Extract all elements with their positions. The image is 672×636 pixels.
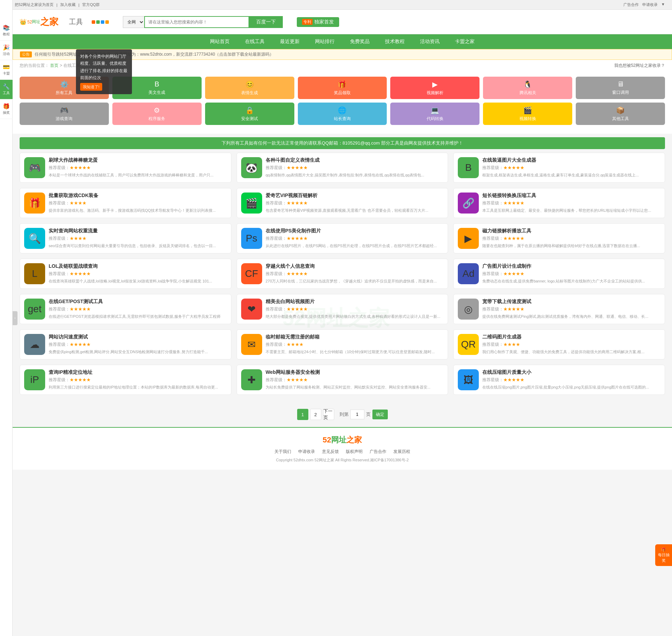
tool-card[interactable]: ✉ 临时邮箱无需注册的邮箱 推荐星级：★★★★ 不需要主页、邮箱地址24小时、比…: [237, 329, 448, 359]
nav-item-prizes[interactable]: 免费奖品: [342, 34, 377, 49]
nav-item-tools[interactable]: 在线工具: [237, 34, 272, 49]
sidebar-label-card: 卡盟: [3, 71, 10, 76]
page-btn-2[interactable]: 2: [310, 409, 321, 420]
page-confirm-btn[interactable]: 确定: [372, 410, 388, 419]
tool-card[interactable]: CF 穿越火线个人信息查询 推荐星级：★★★★★ 270万人同时在线，三亿玩家的…: [237, 259, 448, 289]
sidebar-item-tools[interactable]: 🔧 工具: [0, 80, 13, 99]
tool-card[interactable]: 🖼 在线压缩图片质量大小 推荐星级：★★★★★ 在线在线压缩png图片,png图…: [453, 365, 665, 395]
breadcrumb-right[interactable]: 我也想被52网址之家收录？: [614, 63, 665, 69]
tool-card[interactable]: QR 二维码图片生成器 推荐星级：★★★★ 我们用心制作了美观、便捷、功能强大的…: [453, 329, 665, 359]
tool-name: 刷球大作战棒棒糖龙蛋: [49, 157, 227, 163]
tool-desc: 在线查询英雄联盟个人战绩,lol攻略,lol视觉,lol假攻策,lol游戏资料,…: [49, 278, 227, 284]
category-item[interactable]: 💻代码转换: [390, 103, 479, 125]
category-item[interactable]: 🔒安全测试: [205, 103, 294, 125]
rating-label: 推荐星级：: [49, 271, 70, 276]
activity-icon: 🎉: [3, 44, 10, 51]
page-input[interactable]: [350, 410, 364, 419]
tool-rating: 推荐星级：★★★★★: [49, 342, 227, 348]
tool-card[interactable]: Ad 广告图片设计生成制作 推荐星级：★★★★★ 免费动态在在线生成,提供免费b…: [453, 259, 665, 289]
top-bar-arrow[interactable]: ▼: [661, 2, 665, 7]
cat-label: 窗口调用: [612, 90, 629, 96]
footer-link[interactable]: 关于我们: [274, 449, 291, 455]
category-item[interactable]: 🎮游戏查询: [20, 103, 109, 125]
tool-card[interactable]: 🔗 短长链接转换换压缩工具 推荐星级：★★★★★ 本工具是互联网上最稳定、最安全…: [453, 188, 665, 218]
cat-label: 视频转换: [519, 116, 536, 122]
nav-item-card[interactable]: 卡盟之家: [447, 34, 482, 49]
tool-info: 批量获取游戏CDK装备 推荐星级：★★★★ 提供非富的游戏礼包、激活码、新手卡，…: [49, 193, 227, 214]
rating-label: 推荐星级：: [266, 271, 287, 276]
sidebar-item-tutorial[interactable]: 📚 教程: [0, 21, 13, 41]
tool-card[interactable]: get 在线GET/POST测试工具 推荐星级：★★★★★ 在线进行GET/PO…: [20, 294, 231, 324]
tool-card[interactable]: Ps 在线使用PS美化制作图片 推荐星级：★★★★★ 从此进行在线PS照片，在线…: [237, 223, 448, 253]
search-button[interactable]: 百度一下: [249, 16, 283, 28]
tooltip-confirm-btn[interactable]: 我知道了!: [80, 83, 102, 91]
search-scope-select[interactable]: 全网 本站: [123, 16, 144, 28]
category-item[interactable]: 🎬视频转换: [483, 103, 572, 125]
category-item[interactable]: 🖥窗口调用: [576, 77, 665, 99]
tool-icon: ✚: [241, 369, 262, 390]
footer-links: 关于我们申请收录意见反馈版权声明广告合作发展历程: [20, 449, 665, 455]
nav-item-rank[interactable]: 网站排行: [307, 34, 342, 49]
tool-name: 在线使用PS美化制作图片: [266, 228, 444, 234]
footer-link[interactable]: 版权声明: [346, 449, 363, 455]
category-item[interactable]: 😊表情生成: [205, 77, 294, 99]
set-homepage-link[interactable]: 把52网址之家设为首页: [15, 2, 54, 7]
ad-coop-link[interactable]: 广告合作: [623, 2, 639, 7]
footer-link[interactable]: 广告合作: [370, 449, 386, 455]
category-item[interactable]: ▶视频解析: [390, 77, 479, 99]
rating-label: 推荐星级：: [49, 165, 70, 170]
tool-card[interactable]: iP 查询IP精准定位地址 推荐星级：★★★★★ 利用第三方接口进行搜索定位最相…: [20, 365, 231, 395]
footer-link[interactable]: 申请收录: [298, 449, 315, 455]
page-label: 页: [366, 411, 371, 418]
add-favorites-link[interactable]: 加入收藏: [60, 2, 76, 7]
sidebar-expand-btn[interactable]: ‹: [13, 311, 18, 325]
nav-item-news[interactable]: 活动资讯: [412, 34, 447, 49]
rating-label: 推荐星级：: [49, 342, 70, 347]
rating-label: 推荐星级：: [482, 165, 503, 170]
category-item[interactable]: 📦其他工具: [576, 103, 665, 125]
tool-info: 磁力链接解析播放工具 推荐星级：★★★★★ 随要在也能查到种，属于在原云播的网络…: [482, 228, 660, 249]
nav-item-tutorial[interactable]: 技术教程: [377, 34, 412, 49]
tools-section: 🎮 刷球大作战棒棒糖龙蛋 推荐星级：★★★★★ 本站是一个球球大作战的在线辅助工…: [13, 153, 672, 402]
page-btn-1[interactable]: 1: [297, 409, 308, 420]
tool-name: 各种斗图自定义表情生成: [266, 157, 444, 163]
footer-link[interactable]: 发展历程: [393, 449, 410, 455]
tool-card[interactable]: ◎ 宽带下载上传速度测试 推荐星级：★★★★★ 提供在线免费网速测试Ping测试…: [453, 294, 665, 324]
tool-card[interactable]: ☁ 网站访问速度测试 推荐星级：★★★★★ 免费提供ping检测,get检测,网…: [20, 329, 231, 359]
category-item[interactable]: 🌐站长查询: [298, 103, 387, 125]
tool-card[interactable]: 🎮 刷球大作战棒棒糖龙蛋 推荐星级：★★★★★ 本站是一个球球大作战的在线辅助工…: [20, 153, 231, 183]
tool-card[interactable]: 🐼 各种斗图自定义表情生成 推荐星级：★★★★★ qq表情制作,qq表情图片大全…: [237, 153, 448, 183]
page-btn-next[interactable]: 下一页: [323, 409, 334, 420]
sidebar-item-activity[interactable]: 🎉 活动: [0, 41, 13, 60]
apply-collect-link[interactable]: 申请收录: [642, 2, 658, 7]
qq-group-link[interactable]: 官方QQ群: [82, 2, 100, 7]
footer-link[interactable]: 意见反馈: [322, 449, 339, 455]
rating-label: 推荐星级：: [266, 377, 287, 382]
sidebar-item-card[interactable]: 💳 卡盟: [0, 60, 13, 80]
header: 👑 52 网址 之家 工具 全网 本站 百度一下 专利 独家首发: [13, 10, 672, 34]
tool-card[interactable]: 🔍 实时查询网站权重流量 推荐星级：★★★★ seo综合查询可以查到任何网站最大…: [20, 223, 231, 253]
tool-info: 在线压缩图片质量大小 推荐星级：★★★★★ 在线在线压缩png图片,png图片压…: [482, 369, 660, 390]
tool-card[interactable]: ❤ 精美去白网站视频图片 推荐星级：★★★★★ 绝大部分都是免费点视觉,提供优质…: [237, 294, 448, 324]
breadcrumb-home[interactable]: 首页: [50, 63, 58, 68]
tool-rating: 推荐星级：★★★★★: [49, 306, 227, 312]
tool-card[interactable]: 🎬 爱奇艺VIP视频百链解析 推荐星级：★★★★★ 包含爱奇艺等种类最VIP视频…: [237, 188, 448, 218]
nav-item-home[interactable]: 网站首页: [202, 34, 237, 49]
tool-card[interactable]: ▶ 磁力链接解析播放工具 推荐星级：★★★★★ 随要在也能查到种，属于在原云播的…: [453, 223, 665, 253]
search-input[interactable]: [144, 16, 249, 28]
cat-icon: ▶: [432, 80, 438, 89]
tool-name: 穿越火线个人信息查询: [266, 263, 444, 270]
tool-info: 穿越火线个人信息查询 推荐星级：★★★★★ 270万人同时在线，三亿玩家的当战宫…: [266, 263, 444, 284]
category-item[interactable]: ⚙程序服务: [112, 103, 202, 125]
tool-card[interactable]: ✚ Web网站服务器安全检测 推荐星级：★★★★★ 为站长免费提供了网站服务检测…: [237, 365, 448, 395]
tool-card[interactable]: B 在线装逼图片大全生成器 推荐星级：★★★★★ 框架生成,框架表达生成,单框生…: [453, 153, 665, 183]
tool-card[interactable]: 🎁 批量获取游戏CDK装备 推荐星级：★★★★ 提供非富的游戏礼包、激活码、新手…: [20, 188, 231, 218]
category-item[interactable]: 🐧腾讯相关: [483, 77, 572, 99]
tool-rating: 推荐星级：★★★★★: [266, 165, 444, 171]
tool-card[interactable]: L LOL及链联盟战绩查询 推荐星级：★★★★★ 在线查询英雄联盟个人战绩,lo…: [20, 259, 231, 289]
sidebar-item-prize[interactable]: 🎁 抽奖: [0, 99, 13, 119]
category-item[interactable]: 🎁奖品领取: [298, 77, 387, 99]
cat-icon: 📦: [616, 106, 625, 114]
tool-info: 在线使用PS美化制作图片 推荐星级：★★★★★ 从此进行在线PS照片，在线PS网…: [266, 228, 444, 249]
nav-item-recent[interactable]: 最近更新: [272, 34, 307, 49]
